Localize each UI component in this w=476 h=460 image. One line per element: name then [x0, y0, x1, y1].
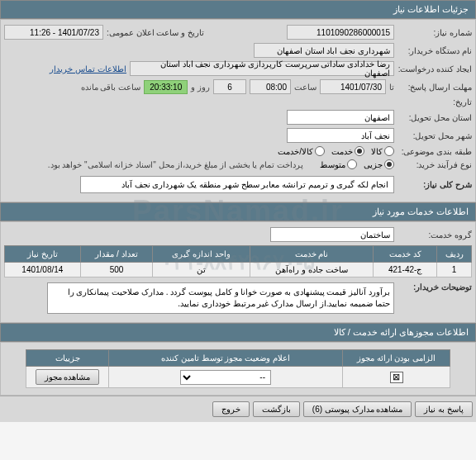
form-main: شماره نیاز: 1101090286000015 تاریخ و ساع… — [0, 19, 476, 202]
view-permit-button[interactable]: مشاهده مجوز — [36, 369, 100, 385]
category-radio-group: کالا خدمت کالا/خدمت — [278, 146, 394, 156]
ptd-status: -- — [109, 367, 343, 388]
back-button[interactable]: بازگشت — [253, 401, 300, 417]
deadline-date: 1401/07/30 — [320, 79, 386, 94]
purchase-type-radio-group: جزیی متوسط — [320, 159, 394, 169]
announce-label: تاریخ و ساعت اعلان عمومی: — [107, 28, 204, 37]
deadline-saat-label: ساعت — [294, 83, 317, 92]
tarikh-label: تاریخ: — [397, 97, 472, 107]
deadline-label: مهلت ارسال پاسخ: — [397, 83, 472, 92]
service-group-label: گروه خدمت: — [397, 230, 472, 239]
reply-button[interactable]: پاسخ به نیاز — [415, 401, 473, 417]
td-name: ساخت جاده و راه‌آهن — [250, 263, 374, 277]
th-idx: ردیف — [437, 246, 472, 263]
permit-area: الزامی بودن ارائه مجوز اعلام وضعیت مجوز … — [0, 342, 476, 396]
th-unit: واحد اندازه گیری — [153, 246, 250, 263]
services-area: گروه خدمت: ردیف کد خدمت نام خدمت واحد ان… — [0, 221, 476, 323]
td-qty: 500 — [80, 263, 153, 277]
city-input[interactable] — [287, 128, 394, 143]
category-label: طبقه بندی موضوعی: — [397, 147, 472, 156]
header-need-details: جزئیات اطلاعات نیاز — [0, 0, 476, 19]
td-date: 1401/08/14 — [5, 263, 81, 277]
th-date: تاریخ نیاز — [5, 246, 81, 263]
deadline-time: 08:00 — [250, 79, 291, 94]
radio-joze-label: جزیی — [364, 160, 383, 169]
radio-joze[interactable] — [384, 159, 394, 169]
td-idx: 1 — [437, 263, 472, 277]
radio-khadmat[interactable] — [355, 146, 364, 156]
attachments-button[interactable]: مشاهده مدارک پیوستی (6) — [303, 401, 412, 417]
pth-details: جزییات — [26, 350, 109, 367]
pth-status: اعلام وضعیت مجوز توسط تامین کننده — [109, 350, 343, 367]
service-table: ردیف کد خدمت نام خدمت واحد اندازه گیری ت… — [4, 245, 472, 277]
need-number-label: شماره نیاز: — [397, 28, 472, 37]
creator-value: رضا خدادادی ساداتی سرپرست کارپردازی شهرد… — [130, 61, 394, 76]
td-unit: تن — [153, 263, 250, 277]
permit-table: الزامی بودن ارائه مجوز اعلام وضعیت مجوز … — [26, 349, 450, 388]
buyer-label: نام دستگاه خریدار: — [397, 46, 472, 55]
deadline-ta: تا — [389, 83, 394, 92]
mandatory-checkbox: ⊠ — [390, 372, 403, 383]
contact-link[interactable]: اطلاعات تماس خریدار — [50, 64, 126, 74]
th-name: نام خدمت — [250, 246, 374, 263]
remarks-label: توضیحات خریدار: — [397, 282, 472, 292]
radio-motavasset-label: متوسط — [320, 160, 345, 169]
ptd-check: ⊠ — [343, 367, 450, 388]
button-bar: پاسخ به نیاز مشاهده مدارک پیوستی (6) باز… — [0, 396, 476, 422]
province-input[interactable] — [287, 110, 394, 125]
need-number-value: 1101090286000015 — [287, 25, 394, 40]
remain-time-badge: 20:33:10 — [144, 80, 188, 94]
announce-value: 1401/07/23 - 11:26 — [4, 25, 103, 40]
remain-label: ساعت باقی مانده — [81, 83, 141, 92]
td-code: ج-42-421 — [374, 263, 437, 277]
city-label: شهر محل تحویل: — [397, 131, 472, 140]
header-need-services: اطلاعات خدمات مورد نیاز — [0, 202, 476, 221]
radio-kala-khadmat-label: کالا/خدمت — [278, 147, 313, 156]
province-label: استان محل تحویل: — [397, 113, 472, 122]
exit-button[interactable]: خروج — [212, 401, 250, 417]
permit-row: ⊠ -- مشاهده مجوز — [26, 367, 450, 388]
purchase-type-label: نوع فرآیند خرید: — [397, 160, 472, 169]
service-group-input[interactable] — [270, 227, 394, 242]
radio-kala-label: کالا — [371, 147, 383, 156]
th-qty: تعداد / مقدار — [80, 246, 153, 263]
desc-value: انجام لکه گیری و ترمیم ترانشه معابر سطح … — [80, 176, 394, 193]
th-code: کد خدمت — [374, 246, 437, 263]
desc-label: شرح کلی نیاز: — [397, 180, 472, 189]
radio-kala-khadmat[interactable] — [315, 146, 325, 156]
radio-motavasset[interactable] — [347, 159, 357, 169]
payment-note: پرداخت تمام یا بخشی از مبلغ خرید،از محل … — [48, 160, 303, 169]
creator-label: ایجاد کننده درخواست: — [397, 64, 472, 74]
pth-mandatory: الزامی بودن ارائه مجوز — [343, 350, 450, 367]
table-row: 1 ج-42-421 ساخت جاده و راه‌آهن تن 500 14… — [5, 263, 472, 277]
radio-kala[interactable] — [384, 146, 394, 156]
remarks-value: برآورد آنالیز قیمت پیشنهادی به صورت خوان… — [47, 282, 394, 314]
header-permit: اطلاعات مجوزهای ارائه خدمت / کالا — [0, 323, 476, 342]
buyer-value: شهرداری نجف اباد استان اصفهان — [254, 43, 394, 58]
days-label: روز و — [191, 83, 210, 92]
ptd-detail: مشاهده مجوز — [26, 367, 109, 388]
status-select[interactable]: -- — [180, 370, 271, 385]
radio-khadmat-label: خدمت — [331, 147, 353, 156]
days-remaining: 6 — [213, 79, 246, 94]
